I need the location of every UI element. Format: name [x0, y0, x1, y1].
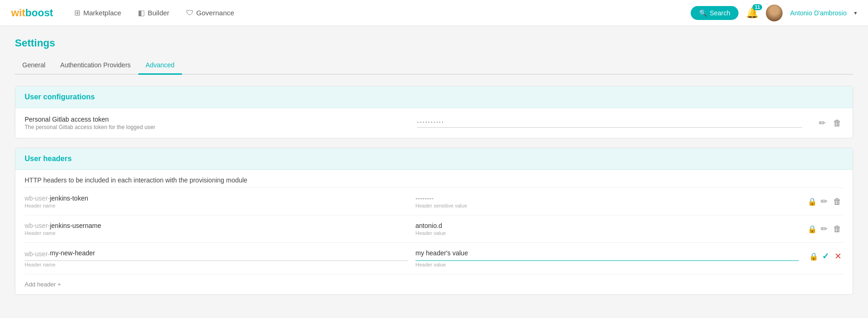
notifications-bell[interactable]: 🔔 11	[746, 7, 758, 19]
page-title: Settings	[15, 37, 853, 49]
jenkins-token-val-label: Header sensitive value	[415, 203, 799, 208]
search-icon: 🔍	[699, 9, 707, 17]
edit-jenkins-token-button[interactable]: ✏	[819, 195, 829, 208]
jenkins-token-prefix: wb-user-	[25, 195, 50, 202]
gitlab-token-actions: ✏ 🗑	[817, 116, 843, 130]
notifications-badge: 11	[752, 4, 762, 10]
cancel-new-header-button[interactable]: ✕	[833, 249, 843, 263]
new-header-prefix: wb-user-	[25, 250, 50, 258]
builder-icon: ◧	[138, 8, 145, 17]
gitlab-token-value-box: ··········	[417, 118, 803, 128]
add-header-button[interactable]: Add header +	[25, 274, 61, 294]
jenkins-token-actions: 🔒 ✏ 🗑	[806, 195, 843, 208]
user-configurations-body: Personal Gitlab access token The persona…	[15, 108, 853, 138]
user-headers-description: HTTP headers to be included in each inte…	[25, 170, 843, 188]
jenkins-username-name-col: wb-user-jenkins-username Header name	[25, 222, 408, 236]
delete-jenkins-username-button[interactable]: 🗑	[831, 222, 843, 236]
jenkins-token-name-label: Header name	[25, 203, 408, 208]
nav-builder[interactable]: ◧ Builder	[131, 6, 176, 20]
edit-jenkins-username-button[interactable]: ✏	[819, 222, 829, 236]
jenkins-username-val-field: antonio.d	[415, 222, 799, 229]
page-content: Settings General Authentication Provider…	[0, 26, 868, 318]
gitlab-token-label-col: Personal Gitlab access token The persona…	[25, 116, 410, 130]
new-header-name-col: wb-user- Header name	[25, 249, 408, 267]
new-header-name-input[interactable]	[50, 249, 408, 259]
nav-marketplace[interactable]: ⊞ Marketplace	[68, 6, 128, 20]
new-header-actions: 🔒 ✓ ✕	[806, 249, 843, 263]
user-configurations-header: User configurations	[15, 86, 853, 108]
jenkins-token-name-value: jenkins-token	[50, 195, 88, 202]
gitlab-token-value-col: ··········	[417, 118, 803, 129]
user-name[interactable]: Antonio D'ambrosio	[790, 9, 847, 17]
user-headers-body: HTTP headers to be included in each inte…	[15, 170, 853, 294]
gitlab-token-row: Personal Gitlab access token The persona…	[25, 108, 843, 138]
new-header-lock-icon: 🔒	[809, 252, 818, 261]
new-header-val-input-wrapper	[415, 249, 799, 261]
delete-jenkins-token-button[interactable]: 🗑	[831, 195, 843, 208]
avatar-image	[766, 5, 783, 21]
logo-boost: boost	[26, 7, 53, 19]
governance-label: Governance	[196, 9, 234, 17]
jenkins-token-val-field: ··········	[415, 195, 799, 202]
jenkins-username-lock-icon: 🔒	[808, 225, 817, 234]
jenkins-username-actions: 🔒 ✏ 🗑	[806, 222, 843, 236]
gitlab-token-desc: The personal Gitlab access token for the…	[25, 124, 410, 130]
new-header-val-input[interactable]	[415, 249, 799, 259]
logo-wit: wit	[11, 7, 26, 19]
jenkins-token-name-col: wb-user-jenkins-token Header name	[25, 195, 408, 208]
new-header-name-input-wrapper: wb-user-	[25, 249, 408, 261]
new-header-val-label: Header value	[415, 262, 799, 267]
nav-governance[interactable]: 🛡 Governance	[180, 6, 241, 20]
builder-label: Builder	[148, 9, 169, 17]
user-headers-header: User headers	[15, 148, 853, 170]
jenkins-token-value-col: ·········· Header sensitive value	[415, 195, 799, 208]
gitlab-token-value: ··········	[417, 118, 803, 125]
avatar[interactable]	[766, 5, 783, 21]
tab-authentication-providers[interactable]: Authentication Providers	[53, 57, 138, 75]
confirm-new-header-button[interactable]: ✓	[820, 249, 831, 263]
header-row-new-header: wb-user- Header name Header value 🔒 ✓ ✕	[25, 243, 843, 274]
jenkins-username-name-value: jenkins-username	[50, 222, 101, 229]
user-headers-section: User headers HTTP headers to be included…	[15, 148, 853, 295]
search-label: Search	[710, 9, 730, 17]
jenkins-username-val-label: Header value	[415, 230, 799, 236]
new-header-value-col: Header value	[415, 249, 799, 267]
header-row-jenkins-token: wb-user-jenkins-token Header name ······…	[25, 188, 843, 215]
marketplace-icon: ⊞	[74, 8, 80, 17]
user-dropdown-arrow[interactable]: ▾	[854, 10, 857, 16]
new-header-name-label: Header name	[25, 262, 408, 267]
edit-gitlab-token-button[interactable]: ✏	[817, 116, 828, 130]
jenkins-username-prefix: wb-user-	[25, 222, 50, 229]
governance-icon: 🛡	[186, 9, 194, 17]
search-button[interactable]: 🔍 Search	[691, 6, 738, 20]
user-configurations-section: User configurations Personal Gitlab acce…	[15, 86, 853, 138]
navbar-right: 🔍 Search 🔔 11 Antonio D'ambrosio ▾	[691, 5, 857, 21]
marketplace-label: Marketplace	[83, 9, 121, 17]
tab-advanced[interactable]: Advanced	[138, 57, 182, 75]
jenkins-username-name-field: wb-user-jenkins-username	[25, 222, 408, 229]
tab-general[interactable]: General	[15, 57, 53, 75]
jenkins-token-name-field: wb-user-jenkins-token	[25, 195, 408, 202]
settings-tabs: General Authentication Providers Advance…	[15, 57, 853, 75]
logo: witboost	[11, 7, 53, 19]
nav-menu: ⊞ Marketplace ◧ Builder 🛡 Governance	[68, 6, 690, 20]
jenkins-token-lock-icon: 🔒	[808, 197, 817, 206]
jenkins-username-val-value: antonio.d	[415, 222, 442, 229]
jenkins-token-val-value: ··········	[415, 195, 434, 202]
delete-gitlab-token-button[interactable]: 🗑	[831, 117, 843, 130]
navbar: witboost ⊞ Marketplace ◧ Builder 🛡 Gover…	[0, 0, 868, 26]
jenkins-username-value-col: antonio.d Header value	[415, 222, 799, 236]
header-row-jenkins-username: wb-user-jenkins-username Header name ant…	[25, 215, 843, 243]
gitlab-token-label: Personal Gitlab access token	[25, 116, 410, 123]
jenkins-username-name-label: Header name	[25, 230, 408, 236]
